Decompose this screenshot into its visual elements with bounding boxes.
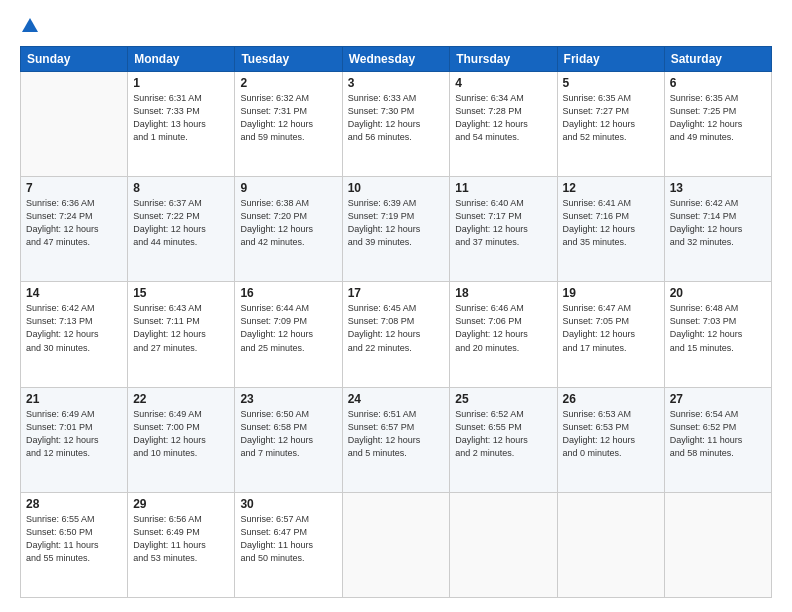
calendar-cell: 17Sunrise: 6:45 AMSunset: 7:08 PMDayligh… [342, 282, 450, 387]
weekday-saturday: Saturday [664, 47, 771, 72]
weekday-tuesday: Tuesday [235, 47, 342, 72]
day-number: 18 [455, 286, 551, 300]
day-info: Sunrise: 6:37 AMSunset: 7:22 PMDaylight:… [133, 197, 229, 249]
day-number: 3 [348, 76, 445, 90]
day-number: 30 [240, 497, 336, 511]
day-number: 8 [133, 181, 229, 195]
calendar-cell: 18Sunrise: 6:46 AMSunset: 7:06 PMDayligh… [450, 282, 557, 387]
day-number: 7 [26, 181, 122, 195]
calendar-cell: 22Sunrise: 6:49 AMSunset: 7:00 PMDayligh… [128, 387, 235, 492]
day-info: Sunrise: 6:36 AMSunset: 7:24 PMDaylight:… [26, 197, 122, 249]
calendar-body: 1Sunrise: 6:31 AMSunset: 7:33 PMDaylight… [21, 72, 772, 598]
day-number: 22 [133, 392, 229, 406]
day-info: Sunrise: 6:35 AMSunset: 7:25 PMDaylight:… [670, 92, 766, 144]
day-number: 25 [455, 392, 551, 406]
day-number: 11 [455, 181, 551, 195]
day-info: Sunrise: 6:57 AMSunset: 6:47 PMDaylight:… [240, 513, 336, 565]
logo [20, 18, 38, 36]
day-number: 26 [563, 392, 659, 406]
day-info: Sunrise: 6:45 AMSunset: 7:08 PMDaylight:… [348, 302, 445, 354]
day-number: 13 [670, 181, 766, 195]
svg-marker-0 [22, 18, 38, 32]
calendar-cell: 20Sunrise: 6:48 AMSunset: 7:03 PMDayligh… [664, 282, 771, 387]
calendar-cell [450, 492, 557, 597]
calendar-week-2: 7Sunrise: 6:36 AMSunset: 7:24 PMDaylight… [21, 177, 772, 282]
calendar-cell: 14Sunrise: 6:42 AMSunset: 7:13 PMDayligh… [21, 282, 128, 387]
day-info: Sunrise: 6:47 AMSunset: 7:05 PMDaylight:… [563, 302, 659, 354]
day-number: 27 [670, 392, 766, 406]
day-number: 17 [348, 286, 445, 300]
weekday-sunday: Sunday [21, 47, 128, 72]
calendar-cell [342, 492, 450, 597]
day-number: 9 [240, 181, 336, 195]
day-number: 24 [348, 392, 445, 406]
weekday-friday: Friday [557, 47, 664, 72]
calendar-cell: 23Sunrise: 6:50 AMSunset: 6:58 PMDayligh… [235, 387, 342, 492]
day-info: Sunrise: 6:31 AMSunset: 7:33 PMDaylight:… [133, 92, 229, 144]
day-number: 1 [133, 76, 229, 90]
weekday-monday: Monday [128, 47, 235, 72]
day-number: 28 [26, 497, 122, 511]
day-number: 2 [240, 76, 336, 90]
calendar-cell: 11Sunrise: 6:40 AMSunset: 7:17 PMDayligh… [450, 177, 557, 282]
calendar-cell [557, 492, 664, 597]
day-info: Sunrise: 6:33 AMSunset: 7:30 PMDaylight:… [348, 92, 445, 144]
day-info: Sunrise: 6:53 AMSunset: 6:53 PMDaylight:… [563, 408, 659, 460]
calendar-cell: 10Sunrise: 6:39 AMSunset: 7:19 PMDayligh… [342, 177, 450, 282]
calendar-week-5: 28Sunrise: 6:55 AMSunset: 6:50 PMDayligh… [21, 492, 772, 597]
day-number: 20 [670, 286, 766, 300]
calendar-cell: 3Sunrise: 6:33 AMSunset: 7:30 PMDaylight… [342, 72, 450, 177]
day-info: Sunrise: 6:44 AMSunset: 7:09 PMDaylight:… [240, 302, 336, 354]
day-info: Sunrise: 6:48 AMSunset: 7:03 PMDaylight:… [670, 302, 766, 354]
day-info: Sunrise: 6:40 AMSunset: 7:17 PMDaylight:… [455, 197, 551, 249]
calendar-week-1: 1Sunrise: 6:31 AMSunset: 7:33 PMDaylight… [21, 72, 772, 177]
day-info: Sunrise: 6:42 AMSunset: 7:14 PMDaylight:… [670, 197, 766, 249]
calendar-cell: 19Sunrise: 6:47 AMSunset: 7:05 PMDayligh… [557, 282, 664, 387]
logo-icon [22, 18, 38, 32]
calendar-table: SundayMondayTuesdayWednesdayThursdayFrid… [20, 46, 772, 598]
day-info: Sunrise: 6:39 AMSunset: 7:19 PMDaylight:… [348, 197, 445, 249]
day-info: Sunrise: 6:52 AMSunset: 6:55 PMDaylight:… [455, 408, 551, 460]
calendar-cell: 16Sunrise: 6:44 AMSunset: 7:09 PMDayligh… [235, 282, 342, 387]
day-number: 19 [563, 286, 659, 300]
day-info: Sunrise: 6:51 AMSunset: 6:57 PMDaylight:… [348, 408, 445, 460]
day-info: Sunrise: 6:38 AMSunset: 7:20 PMDaylight:… [240, 197, 336, 249]
header [20, 18, 772, 36]
day-info: Sunrise: 6:49 AMSunset: 7:00 PMDaylight:… [133, 408, 229, 460]
calendar-cell: 8Sunrise: 6:37 AMSunset: 7:22 PMDaylight… [128, 177, 235, 282]
day-info: Sunrise: 6:42 AMSunset: 7:13 PMDaylight:… [26, 302, 122, 354]
day-info: Sunrise: 6:34 AMSunset: 7:28 PMDaylight:… [455, 92, 551, 144]
weekday-header-row: SundayMondayTuesdayWednesdayThursdayFrid… [21, 47, 772, 72]
calendar-cell: 12Sunrise: 6:41 AMSunset: 7:16 PMDayligh… [557, 177, 664, 282]
calendar-cell: 5Sunrise: 6:35 AMSunset: 7:27 PMDaylight… [557, 72, 664, 177]
day-number: 12 [563, 181, 659, 195]
page: SundayMondayTuesdayWednesdayThursdayFrid… [0, 0, 792, 612]
calendar-week-3: 14Sunrise: 6:42 AMSunset: 7:13 PMDayligh… [21, 282, 772, 387]
calendar-cell: 26Sunrise: 6:53 AMSunset: 6:53 PMDayligh… [557, 387, 664, 492]
calendar-cell: 27Sunrise: 6:54 AMSunset: 6:52 PMDayligh… [664, 387, 771, 492]
day-number: 15 [133, 286, 229, 300]
weekday-thursday: Thursday [450, 47, 557, 72]
day-number: 23 [240, 392, 336, 406]
calendar-cell: 9Sunrise: 6:38 AMSunset: 7:20 PMDaylight… [235, 177, 342, 282]
calendar-cell: 13Sunrise: 6:42 AMSunset: 7:14 PMDayligh… [664, 177, 771, 282]
calendar-cell: 28Sunrise: 6:55 AMSunset: 6:50 PMDayligh… [21, 492, 128, 597]
day-info: Sunrise: 6:56 AMSunset: 6:49 PMDaylight:… [133, 513, 229, 565]
day-number: 6 [670, 76, 766, 90]
day-info: Sunrise: 6:43 AMSunset: 7:11 PMDaylight:… [133, 302, 229, 354]
calendar-week-4: 21Sunrise: 6:49 AMSunset: 7:01 PMDayligh… [21, 387, 772, 492]
calendar-cell: 25Sunrise: 6:52 AMSunset: 6:55 PMDayligh… [450, 387, 557, 492]
day-info: Sunrise: 6:41 AMSunset: 7:16 PMDaylight:… [563, 197, 659, 249]
day-number: 4 [455, 76, 551, 90]
day-info: Sunrise: 6:49 AMSunset: 7:01 PMDaylight:… [26, 408, 122, 460]
calendar-cell: 15Sunrise: 6:43 AMSunset: 7:11 PMDayligh… [128, 282, 235, 387]
calendar-cell: 6Sunrise: 6:35 AMSunset: 7:25 PMDaylight… [664, 72, 771, 177]
day-number: 29 [133, 497, 229, 511]
calendar-cell: 4Sunrise: 6:34 AMSunset: 7:28 PMDaylight… [450, 72, 557, 177]
day-number: 21 [26, 392, 122, 406]
day-number: 5 [563, 76, 659, 90]
day-info: Sunrise: 6:54 AMSunset: 6:52 PMDaylight:… [670, 408, 766, 460]
day-info: Sunrise: 6:55 AMSunset: 6:50 PMDaylight:… [26, 513, 122, 565]
weekday-wednesday: Wednesday [342, 47, 450, 72]
calendar-cell: 29Sunrise: 6:56 AMSunset: 6:49 PMDayligh… [128, 492, 235, 597]
